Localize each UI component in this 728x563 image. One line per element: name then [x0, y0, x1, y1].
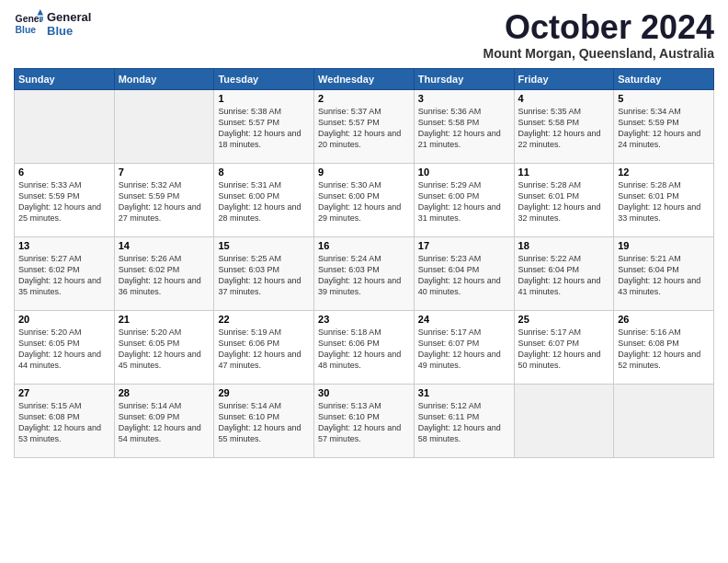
calendar-cell: 3Sunrise: 5:36 AMSunset: 5:58 PMDaylight… — [414, 89, 514, 163]
day-number: 7 — [119, 167, 210, 178]
day-number: 25 — [518, 314, 610, 325]
calendar-table: SundayMondayTuesdayWednesdayThursdayFrid… — [14, 68, 714, 458]
calendar-cell — [15, 89, 115, 163]
day-number: 9 — [318, 167, 410, 178]
month-title: October 2024 — [483, 9, 714, 46]
logo-line1: General — [47, 10, 91, 24]
day-number: 31 — [418, 387, 510, 398]
day-number: 29 — [218, 387, 310, 398]
day-number: 19 — [618, 240, 710, 251]
svg-text:General: General — [16, 14, 43, 24]
day-info: Sunrise: 5:12 AMSunset: 6:11 PMDaylight:… — [418, 400, 510, 445]
day-info: Sunrise: 5:26 AMSunset: 6:02 PMDaylight:… — [119, 253, 210, 298]
header-wednesday: Wednesday — [314, 68, 415, 89]
calendar-header-row: SundayMondayTuesdayWednesdayThursdayFrid… — [15, 68, 714, 89]
calendar-cell — [114, 89, 214, 163]
day-info: Sunrise: 5:23 AMSunset: 6:04 PMDaylight:… — [418, 253, 510, 298]
day-number: 26 — [618, 314, 710, 325]
calendar-cell: 18Sunrise: 5:22 AMSunset: 6:04 PMDayligh… — [514, 236, 614, 310]
day-number: 13 — [18, 240, 110, 251]
calendar-body: 1Sunrise: 5:38 AMSunset: 5:57 PMDaylight… — [15, 89, 714, 457]
calendar-cell: 29Sunrise: 5:14 AMSunset: 6:10 PMDayligh… — [214, 384, 314, 457]
day-number: 24 — [418, 314, 510, 325]
calendar-cell: 7Sunrise: 5:32 AMSunset: 5:59 PMDaylight… — [114, 163, 214, 236]
header-monday: Monday — [114, 68, 214, 89]
day-number: 30 — [318, 387, 410, 398]
day-number: 15 — [218, 240, 310, 251]
day-number: 27 — [18, 387, 110, 398]
day-info: Sunrise: 5:17 AMSunset: 6:07 PMDaylight:… — [518, 327, 610, 372]
day-number: 20 — [18, 314, 110, 325]
day-number: 3 — [418, 93, 510, 104]
day-info: Sunrise: 5:28 AMSunset: 6:01 PMDaylight:… — [518, 179, 610, 224]
day-info: Sunrise: 5:19 AMSunset: 6:06 PMDaylight:… — [218, 327, 310, 372]
calendar-cell: 1Sunrise: 5:38 AMSunset: 5:57 PMDaylight… — [214, 89, 314, 163]
day-number: 14 — [119, 240, 210, 251]
day-info: Sunrise: 5:38 AMSunset: 5:57 PMDaylight:… — [218, 106, 310, 151]
page-header: General Blue General Blue October 2024 M… — [14, 9, 714, 61]
day-info: Sunrise: 5:35 AMSunset: 5:58 PMDaylight:… — [518, 106, 610, 151]
header-saturday: Saturday — [614, 68, 714, 89]
calendar-cell: 12Sunrise: 5:28 AMSunset: 6:01 PMDayligh… — [614, 163, 714, 236]
calendar-cell: 17Sunrise: 5:23 AMSunset: 6:04 PMDayligh… — [414, 236, 514, 310]
day-info: Sunrise: 5:20 AMSunset: 6:05 PMDaylight:… — [18, 327, 110, 372]
calendar-cell: 13Sunrise: 5:27 AMSunset: 6:02 PMDayligh… — [15, 236, 115, 310]
calendar-cell: 15Sunrise: 5:25 AMSunset: 6:03 PMDayligh… — [214, 236, 314, 310]
calendar-cell: 26Sunrise: 5:16 AMSunset: 6:08 PMDayligh… — [614, 310, 714, 384]
day-number: 4 — [518, 93, 610, 104]
day-number: 16 — [318, 240, 410, 251]
day-info: Sunrise: 5:27 AMSunset: 6:02 PMDaylight:… — [18, 253, 110, 298]
calendar-cell: 11Sunrise: 5:28 AMSunset: 6:01 PMDayligh… — [514, 163, 614, 236]
day-info: Sunrise: 5:31 AMSunset: 6:00 PMDaylight:… — [218, 179, 310, 224]
calendar-cell: 22Sunrise: 5:19 AMSunset: 6:06 PMDayligh… — [214, 310, 314, 384]
day-number: 18 — [518, 240, 610, 251]
calendar-cell: 21Sunrise: 5:20 AMSunset: 6:05 PMDayligh… — [114, 310, 214, 384]
day-info: Sunrise: 5:15 AMSunset: 6:08 PMDaylight:… — [18, 400, 110, 445]
calendar-cell: 10Sunrise: 5:29 AMSunset: 6:00 PMDayligh… — [414, 163, 514, 236]
day-info: Sunrise: 5:13 AMSunset: 6:10 PMDaylight:… — [318, 400, 410, 445]
calendar-cell: 6Sunrise: 5:33 AMSunset: 5:59 PMDaylight… — [15, 163, 115, 236]
header-thursday: Thursday — [414, 68, 514, 89]
calendar-cell: 8Sunrise: 5:31 AMSunset: 6:00 PMDaylight… — [214, 163, 314, 236]
day-info: Sunrise: 5:28 AMSunset: 6:01 PMDaylight:… — [618, 179, 710, 224]
day-info: Sunrise: 5:22 AMSunset: 6:04 PMDaylight:… — [518, 253, 610, 298]
day-number: 23 — [318, 314, 410, 325]
day-number: 21 — [119, 314, 210, 325]
calendar-cell: 28Sunrise: 5:14 AMSunset: 6:09 PMDayligh… — [114, 384, 214, 457]
calendar-cell: 5Sunrise: 5:34 AMSunset: 5:59 PMDaylight… — [614, 89, 714, 163]
calendar-cell: 31Sunrise: 5:12 AMSunset: 6:11 PMDayligh… — [414, 384, 514, 457]
calendar-cell: 23Sunrise: 5:18 AMSunset: 6:06 PMDayligh… — [314, 310, 415, 384]
day-info: Sunrise: 5:17 AMSunset: 6:07 PMDaylight:… — [418, 327, 510, 372]
calendar-cell: 27Sunrise: 5:15 AMSunset: 6:08 PMDayligh… — [15, 384, 115, 457]
header-tuesday: Tuesday — [214, 68, 314, 89]
day-number: 8 — [218, 167, 310, 178]
day-number: 6 — [18, 167, 110, 178]
week-row-1: 1Sunrise: 5:38 AMSunset: 5:57 PMDaylight… — [15, 89, 714, 163]
calendar-cell: 9Sunrise: 5:30 AMSunset: 6:00 PMDaylight… — [314, 163, 415, 236]
day-info: Sunrise: 5:32 AMSunset: 5:59 PMDaylight:… — [119, 179, 210, 224]
day-info: Sunrise: 5:37 AMSunset: 5:57 PMDaylight:… — [318, 106, 410, 151]
calendar-cell: 2Sunrise: 5:37 AMSunset: 5:57 PMDaylight… — [314, 89, 415, 163]
week-row-4: 20Sunrise: 5:20 AMSunset: 6:05 PMDayligh… — [15, 310, 714, 384]
svg-marker-2 — [38, 9, 43, 15]
day-info: Sunrise: 5:30 AMSunset: 6:00 PMDaylight:… — [318, 179, 410, 224]
calendar-cell: 30Sunrise: 5:13 AMSunset: 6:10 PMDayligh… — [314, 384, 415, 457]
day-info: Sunrise: 5:20 AMSunset: 6:05 PMDaylight:… — [119, 327, 210, 372]
day-number: 28 — [119, 387, 210, 398]
header-friday: Friday — [514, 68, 614, 89]
day-number: 5 — [618, 93, 710, 104]
day-number: 22 — [218, 314, 310, 325]
logo: General Blue General Blue — [14, 9, 91, 39]
day-info: Sunrise: 5:29 AMSunset: 6:00 PMDaylight:… — [418, 179, 510, 224]
day-info: Sunrise: 5:34 AMSunset: 5:59 PMDaylight:… — [618, 106, 710, 151]
calendar-cell: 16Sunrise: 5:24 AMSunset: 6:03 PMDayligh… — [314, 236, 415, 310]
day-number: 10 — [418, 167, 510, 178]
calendar-cell: 24Sunrise: 5:17 AMSunset: 6:07 PMDayligh… — [414, 310, 514, 384]
week-row-2: 6Sunrise: 5:33 AMSunset: 5:59 PMDaylight… — [15, 163, 714, 236]
day-info: Sunrise: 5:21 AMSunset: 6:04 PMDaylight:… — [618, 253, 710, 298]
day-number: 17 — [418, 240, 510, 251]
week-row-5: 27Sunrise: 5:15 AMSunset: 6:08 PMDayligh… — [15, 384, 714, 457]
day-info: Sunrise: 5:14 AMSunset: 6:09 PMDaylight:… — [119, 400, 210, 445]
calendar-cell: 4Sunrise: 5:35 AMSunset: 5:58 PMDaylight… — [514, 89, 614, 163]
day-info: Sunrise: 5:33 AMSunset: 5:59 PMDaylight:… — [18, 179, 110, 224]
